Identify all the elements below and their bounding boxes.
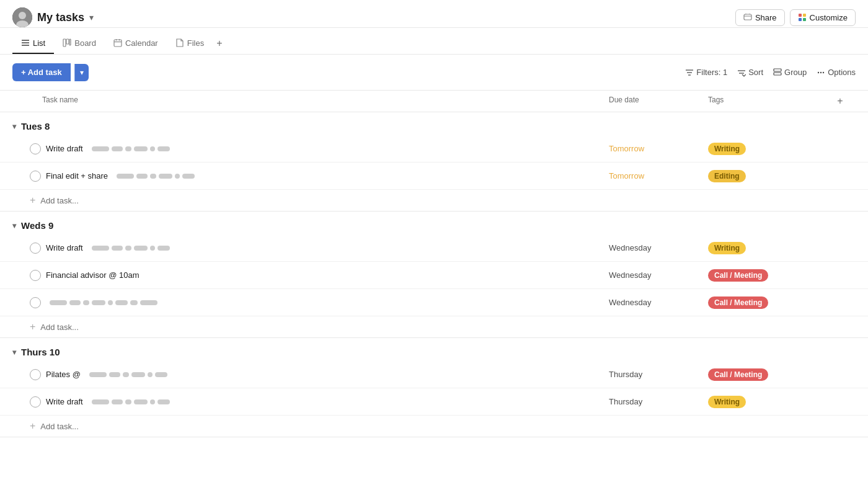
tab-files[interactable]: Files [167, 33, 213, 54]
column-headers: Task name Due date Tags + [0, 90, 868, 112]
task-due-date: Wednesday [601, 270, 701, 280]
tab-list[interactable]: List [12, 33, 54, 54]
task-tags-cell: Writing [701, 242, 825, 254]
toolbar-right: Filters: 1 Sort Group Options [685, 68, 856, 77]
toolbar: + Add task ▾ Filters: 1 Sort Group Optio… [0, 55, 868, 90]
task-complete-circle[interactable] [30, 270, 41, 281]
task-name-text: Financial advisor @ 10am [46, 270, 139, 280]
add-task-icon: + [30, 421, 35, 432]
task-row[interactable]: Write draft Thursday Writing [0, 388, 868, 416]
add-task-label: Add task... [40, 323, 78, 332]
group-icon [773, 68, 782, 77]
add-task-dropdown-button[interactable]: ▾ [74, 64, 89, 81]
task-due-date: Tomorrow [601, 171, 701, 181]
task-tag: Call / Meeting [708, 296, 768, 309]
task-row[interactable]: Wednesday Call / Meeting [0, 289, 868, 316]
list-icon [21, 38, 30, 47]
tabs-bar: List Board Calendar Files + [0, 33, 868, 54]
add-task-label: Add task... [40, 196, 78, 205]
files-icon [175, 38, 184, 47]
customize-button[interactable]: Customize [790, 9, 856, 26]
section-header-weds9[interactable]: ▾ Weds 9 [0, 212, 868, 234]
svg-rect-23 [774, 69, 781, 71]
task-tag: Call / Meeting [708, 269, 768, 282]
task-name-text: Final edit + share [46, 171, 108, 181]
task-tag: Writing [708, 396, 746, 408]
section-tues8: ▾ Tues 8 Write draft Tomorrow Writing Fi… [0, 112, 868, 212]
col-task-name: Task name [12, 91, 601, 112]
task-name-text: Pilates @ [46, 370, 81, 379]
section-weds9: ▾ Weds 9 Write draft Wednesday Writing F… [0, 212, 868, 338]
task-name-cell: Write draft [12, 390, 601, 414]
task-tag: Editing [708, 170, 746, 182]
svg-point-25 [818, 71, 819, 73]
col-due-date: Due date [601, 91, 701, 112]
task-complete-circle[interactable] [30, 243, 41, 254]
sections-container: ▾ Tues 8 Write draft Tomorrow Writing Fi… [0, 112, 868, 437]
task-tag: Call / Meeting [708, 368, 768, 381]
filters-button[interactable]: Filters: 1 [685, 68, 727, 77]
filter-icon [685, 68, 694, 77]
section-collapse-icon[interactable]: ▾ [12, 122, 16, 131]
task-name-text: Write draft [46, 243, 83, 252]
task-row[interactable]: Pilates @ Thursday Call / Meeting [0, 361, 868, 388]
task-complete-circle[interactable] [30, 143, 41, 154]
svg-rect-11 [63, 39, 66, 47]
add-task-row[interactable]: +Add task... [0, 190, 868, 211]
tab-board[interactable]: Board [54, 33, 105, 54]
task-complete-circle[interactable] [30, 396, 41, 408]
add-task-row[interactable]: +Add task... [0, 316, 868, 337]
task-complete-circle[interactable] [30, 171, 41, 182]
section-header-tues8[interactable]: ▾ Tues 8 [0, 112, 868, 135]
svg-rect-7 [803, 18, 806, 21]
col-add-field[interactable]: + [825, 91, 856, 112]
grid-icon [798, 13, 807, 22]
add-task-icon: + [30, 321, 35, 332]
toolbar-left: + Add task ▾ [12, 63, 89, 81]
avatar [12, 7, 32, 27]
section-thurs10: ▾ Thurs 10 Pilates @ Thursday Call / Mee… [0, 338, 868, 437]
add-task-button[interactable]: + Add task [12, 63, 71, 81]
task-name-text: Write draft [46, 144, 83, 153]
section-divider [0, 437, 868, 437]
task-name-cell: Write draft [12, 137, 601, 161]
svg-point-26 [820, 71, 822, 73]
task-name-cell: Write draft [12, 236, 601, 260]
task-complete-circle[interactable] [30, 369, 41, 380]
task-tags-cell: Writing [701, 396, 825, 408]
add-tab-button[interactable]: + [213, 33, 226, 54]
svg-rect-5 [803, 14, 806, 17]
header-left: My tasks ▾ [12, 7, 94, 27]
header-right: Share Customize [735, 9, 856, 26]
share-button[interactable]: Share [735, 9, 785, 26]
section-header-thurs10[interactable]: ▾ Thurs 10 [0, 338, 868, 361]
task-tag: Writing [708, 242, 746, 254]
task-complete-circle[interactable] [30, 297, 41, 308]
options-button[interactable]: Options [817, 68, 856, 77]
calendar-icon [113, 38, 122, 47]
section-collapse-icon[interactable]: ▾ [12, 348, 16, 357]
col-tags: Tags [701, 91, 825, 112]
svg-rect-6 [799, 18, 802, 21]
task-tags-cell: Call / Meeting [701, 269, 825, 282]
task-name-cell [12, 291, 601, 314]
add-task-label: Add task... [40, 422, 78, 431]
task-tag: Writing [708, 143, 746, 155]
task-row[interactable]: Financial advisor @ 10am Wednesday Call … [0, 262, 868, 289]
top-header: My tasks ▾ Share Customize [0, 0, 868, 28]
tab-calendar[interactable]: Calendar [105, 33, 167, 54]
task-row[interactable]: Final edit + share Tomorrow Editing [0, 163, 868, 190]
section-collapse-icon[interactable]: ▾ [12, 221, 16, 230]
task-due-date: Wednesday [601, 298, 701, 307]
group-button[interactable]: Group [773, 68, 807, 77]
svg-point-1 [19, 12, 26, 19]
task-row[interactable]: Write draft Wednesday Writing [0, 234, 868, 262]
section-title: Tues 8 [21, 121, 50, 132]
task-name-cell: Financial advisor @ 10am [12, 264, 601, 287]
chevron-down-icon[interactable]: ▾ [89, 12, 94, 22]
sort-button[interactable]: Sort [737, 68, 763, 77]
task-row[interactable]: Write draft Tomorrow Writing [0, 135, 868, 163]
options-icon [817, 68, 825, 77]
add-task-row[interactable]: +Add task... [0, 416, 868, 437]
svg-rect-14 [114, 40, 122, 47]
